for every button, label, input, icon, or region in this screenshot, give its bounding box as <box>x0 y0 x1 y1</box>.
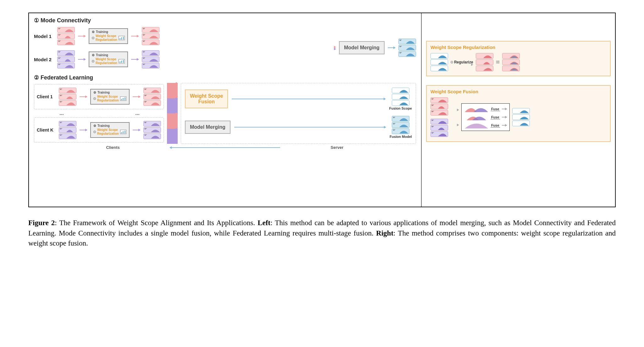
training-box: ⚙Training Weight Scope Regularization <box>90 89 130 105</box>
training-box: ⚙Training Weight Scope Regularization <box>90 122 130 138</box>
section-mode-connectivity-title: ① Mode Connectivity <box>34 17 416 24</box>
model1-row: Model 1 W¹ W² W³ ⚙Training Weight Scope … <box>34 27 159 45</box>
target-icon <box>92 37 94 39</box>
clients-label: Clients <box>58 145 168 150</box>
fuse-label: Fuse <box>491 115 500 119</box>
wsf-card: Weight Scope Fusion W¹ W² W³ W¹ W² W³ <box>426 85 611 142</box>
minichart-icon <box>120 130 126 134</box>
model1-label: Model 1 <box>34 34 54 39</box>
model1-input-stack: W¹ W² W³ <box>57 27 75 45</box>
equals-icon: = <box>496 58 500 66</box>
minichart-icon <box>119 36 125 40</box>
clientK-group: Client K W¹ W² W³ ⚙Training Weight Scope… <box>34 117 164 143</box>
wsr-card: Weight Scope Regularization Regularize = <box>426 41 611 76</box>
training-box: ⚙Training Weight Scope Regularization <box>89 28 128 44</box>
arrow-icon <box>80 130 87 130</box>
training-box: ⚙Training Weight Scope Regularization <box>89 52 128 67</box>
figure-caption: Figure 2: The Framework of Weight Scope … <box>28 218 616 249</box>
arrow-icon <box>131 36 139 36</box>
left-panel: ① Mode Connectivity Model 1 W¹ W² W³ ⚙Tr… <box>29 13 422 207</box>
model-merging-box: Model Merging <box>185 121 230 134</box>
arrow-icon <box>78 59 86 60</box>
fuse-box: Fuse Fuse Fuse <box>461 103 510 131</box>
arrow-icon <box>167 113 178 129</box>
fuse-label: Fuse <box>491 123 500 127</box>
feedback-arrow-icon <box>170 147 280 148</box>
gear-icon: ⚙ <box>93 124 96 128</box>
model2-row: Model 2 W¹ W² W³ ⚙Training Weight Scope … <box>34 50 159 68</box>
gear-icon: ⚙ <box>92 30 95 34</box>
ellipsis: ... <box>53 111 70 116</box>
target-icon <box>93 97 96 100</box>
ellipsis: ... <box>129 111 146 116</box>
target-icon <box>92 60 94 62</box>
model2-label: Model 2 <box>34 57 54 62</box>
arrow-icon <box>232 99 385 99</box>
arrow-icon <box>167 129 178 144</box>
client1-label: Client 1 <box>37 94 56 99</box>
server-group: Weight Scope Fusion Fusion Scope Model M… <box>181 83 416 144</box>
section-federated-learning-title: ② Federated Learning <box>34 74 416 81</box>
arrow-icon <box>502 117 507 117</box>
figure-label: Figure 2 <box>28 219 55 227</box>
arrow-icon <box>234 127 386 127</box>
mc-merge-area: Model Merging W¹ W² W³ <box>326 39 416 57</box>
gear-icon: ⚙ <box>93 91 96 95</box>
server-label: Server <box>282 145 392 150</box>
weight-scope-fusion-box: Weight Scope Fusion <box>185 89 228 108</box>
arrow-icon <box>133 130 140 130</box>
arrow-icon <box>133 96 140 97</box>
client1-group: Client 1 W¹ W² W³ ⚙Training Weight Scope… <box>34 84 164 109</box>
fusion-scope-label: Fusion Scope <box>389 106 412 110</box>
arrow-icon <box>167 98 178 114</box>
arrow-icon <box>78 36 86 36</box>
feedback-row: Clients Server <box>34 145 416 150</box>
model1-output-stack: W¹ W² W³ <box>142 27 159 45</box>
arrow-icon <box>388 47 395 48</box>
gear-icon: ⚙ <box>92 53 95 57</box>
model-merging-box: Model Merging <box>339 41 385 54</box>
minichart-icon <box>119 59 125 63</box>
arrow-icon <box>502 109 507 109</box>
merged-stack: W¹ W² W³ <box>398 39 416 57</box>
figure-frame: ① Mode Connectivity Model 1 W¹ W² W³ ⚙Tr… <box>28 13 616 207</box>
wsr-card-title: Weight Scope Regularization <box>430 45 606 50</box>
arrow-icon <box>80 96 87 97</box>
target-icon <box>451 61 453 63</box>
minichart-icon <box>120 96 126 101</box>
arrow-icon <box>131 59 139 60</box>
wsf-card-title: Weight Scope Fusion <box>430 89 606 94</box>
arrow-icon <box>167 83 178 98</box>
regularize-label: Regularize <box>454 60 473 64</box>
target-icon <box>93 131 96 133</box>
clientK-label: Client K <box>37 127 56 133</box>
fusion-model-label: Fusion Model <box>390 135 412 138</box>
arrow-icon <box>502 125 507 126</box>
fuse-label: Fuse <box>491 107 500 111</box>
right-panel: Weight Scope Regularization Regularize = <box>422 13 615 207</box>
